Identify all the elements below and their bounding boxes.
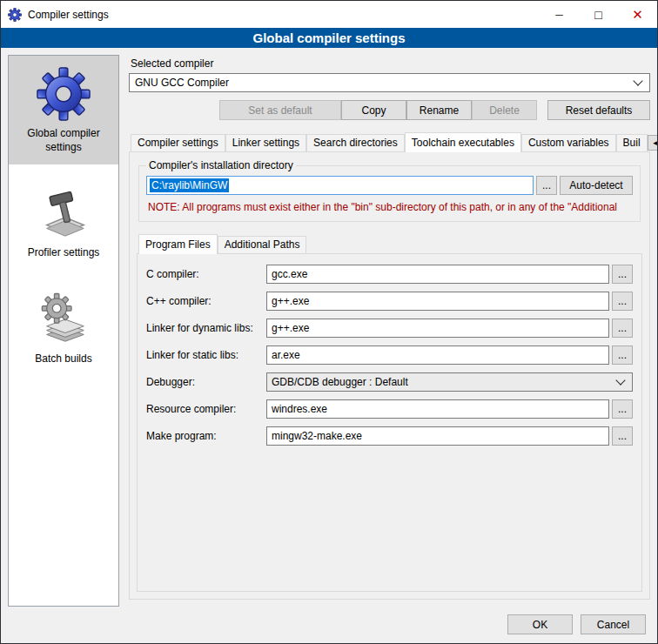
profiler-tool-icon (37, 186, 91, 240)
debugger-select[interactable]: GDB/CDB debugger : Default (266, 372, 633, 392)
static-linker-value: ar.exe (272, 349, 300, 361)
gear-gray-icon (37, 292, 91, 346)
installation-directory-group: Compiler's installation directory C:\ray… (138, 159, 641, 222)
close-button[interactable]: ✕ (618, 1, 657, 28)
dynamic-linker-label: Linker for dynamic libs: (146, 322, 266, 334)
arrow-left-icon: ◄ (652, 139, 658, 147)
sidebar-item-profiler-settings[interactable]: Profiler settings (9, 175, 118, 271)
dialog-footer: OK Cancel (1, 607, 657, 643)
minimize-icon: ─ (555, 9, 563, 21)
static-linker-input[interactable]: ar.exe (266, 345, 609, 365)
tab-custom-variables[interactable]: Custom variables (521, 134, 616, 151)
resource-compiler-value: windres.exe (272, 403, 327, 415)
field-row-cpp-compiler: C++ compiler: g++.exe ... (146, 292, 633, 311)
selected-compiler-value: GNU GCC Compiler (135, 77, 229, 89)
window-controls: ─ □ ✕ (540, 1, 657, 28)
c-compiler-browse-button[interactable]: ... (612, 265, 633, 284)
compiler-buttons-row: Set as default Copy Rename Delete Reset … (129, 100, 650, 120)
field-row-make-program: Make program: mingw32-make.exe ... (146, 426, 633, 446)
static-linker-label: Linker for static libs: (146, 349, 266, 361)
titlebar: Compiler settings ─ □ ✕ (1, 1, 657, 28)
program-tabstrip: Program Files Additional Paths (137, 234, 642, 253)
resource-compiler-label: Resource compiler: (146, 403, 266, 415)
dynamic-linker-value: g++.exe (272, 322, 309, 334)
tab-scroll-controls: ◄ ► (648, 135, 658, 151)
make-program-input[interactable]: mingw32-make.exe (266, 426, 609, 446)
debugger-label: Debugger: (146, 376, 266, 388)
minimize-button[interactable]: ─ (540, 1, 579, 28)
tab-linker-settings[interactable]: Linker settings (225, 134, 306, 151)
sidebar-item-label: Batch builds (35, 352, 91, 366)
dialog-content: Global compiler settings Profiler settin… (1, 48, 657, 607)
main-panel: Selected compiler GNU GCC Compiler Set a… (129, 55, 650, 607)
field-row-static-linker: Linker for static libs: ar.exe ... (146, 345, 633, 365)
auto-detect-button[interactable]: Auto-detect (560, 176, 633, 195)
sidebar-item-label: Profiler settings (28, 246, 100, 260)
installation-note: NOTE: All programs must exist either in … (148, 201, 631, 213)
sidebar-item-global-compiler-settings[interactable]: Global compiler settings (9, 56, 118, 164)
cpp-compiler-browse-button[interactable]: ... (612, 292, 633, 311)
maximize-icon: □ (594, 8, 601, 22)
close-icon: ✕ (632, 7, 643, 23)
sidebar-item-label: Global compiler settings (11, 127, 116, 154)
maximize-button[interactable]: □ (579, 1, 618, 28)
window-title: Compiler settings (28, 9, 109, 21)
settings-sidebar: Global compiler settings Profiler settin… (8, 55, 119, 607)
tab-build-options[interactable]: Buil (616, 134, 648, 151)
sidebar-item-batch-builds[interactable]: Batch builds (9, 281, 118, 377)
tab-toolchain-executables[interactable]: Toolchain executables (405, 132, 521, 152)
tab-additional-paths[interactable]: Additional Paths (218, 236, 307, 253)
app-icon (8, 8, 22, 22)
gear-blue-icon (37, 67, 91, 121)
c-compiler-value: gcc.exe (272, 268, 307, 280)
resource-compiler-browse-button[interactable]: ... (612, 399, 633, 419)
installation-directory-input[interactable]: C:\raylib\MinGW (146, 176, 534, 195)
set-as-default-button[interactable]: Set as default (219, 100, 341, 120)
c-compiler-input[interactable]: gcc.exe (266, 265, 609, 284)
tab-scroll-left-button[interactable]: ◄ (648, 135, 658, 151)
make-program-browse-button[interactable]: ... (612, 426, 633, 446)
tab-program-files[interactable]: Program Files (138, 234, 218, 254)
installation-directory-browse-button[interactable]: ... (536, 176, 557, 195)
cpp-compiler-value: g++.exe (272, 295, 309, 307)
field-row-resource-compiler: Resource compiler: windres.exe ... (146, 399, 633, 419)
toolchain-executables-panel: Compiler's installation directory C:\ray… (129, 151, 650, 600)
reset-defaults-button[interactable]: Reset defaults (547, 100, 650, 120)
resource-compiler-input[interactable]: windres.exe (266, 399, 609, 419)
selected-text: C:\raylib\MinGW (150, 178, 229, 192)
rename-button[interactable]: Rename (406, 100, 472, 120)
selected-compiler-dropdown[interactable]: GNU GCC Compiler (129, 73, 650, 92)
copy-button[interactable]: Copy (341, 100, 406, 120)
field-row-dynamic-linker: Linker for dynamic libs: g++.exe ... (146, 319, 633, 338)
selected-compiler-label: Selected compiler (131, 57, 650, 70)
static-linker-browse-button[interactable]: ... (612, 345, 633, 365)
ok-button[interactable]: OK (507, 614, 573, 634)
make-program-label: Make program: (146, 430, 266, 442)
installation-directory-row: C:\raylib\MinGW ... Auto-detect (146, 176, 633, 195)
program-files-panel: C compiler: gcc.exe ... C++ compiler: g+… (137, 253, 642, 592)
c-compiler-label: C compiler: (146, 268, 266, 280)
dynamic-linker-browse-button[interactable]: ... (612, 319, 633, 338)
tab-search-directories[interactable]: Search directories (306, 134, 405, 151)
dialog-header: Global compiler settings (1, 28, 657, 48)
installation-directory-group-title: Compiler's installation directory (146, 159, 296, 171)
tab-compiler-settings[interactable]: Compiler settings (131, 134, 225, 151)
cancel-button[interactable]: Cancel (581, 614, 646, 634)
field-row-debugger: Debugger: GDB/CDB debugger : Default (146, 372, 633, 392)
compiler-settings-window: Compiler settings ─ □ ✕ Global compiler … (0, 0, 658, 644)
delete-button[interactable]: Delete (472, 100, 537, 120)
field-row-c-compiler: C compiler: gcc.exe ... (146, 265, 633, 284)
cpp-compiler-input[interactable]: g++.exe (266, 292, 609, 311)
cpp-compiler-label: C++ compiler: (146, 295, 266, 307)
make-program-value: mingw32-make.exe (272, 430, 362, 442)
settings-tabstrip: Compiler settings Linker settings Search… (129, 132, 650, 151)
debugger-value: GDB/CDB debugger : Default (272, 376, 408, 388)
dynamic-linker-input[interactable]: g++.exe (266, 319, 609, 338)
